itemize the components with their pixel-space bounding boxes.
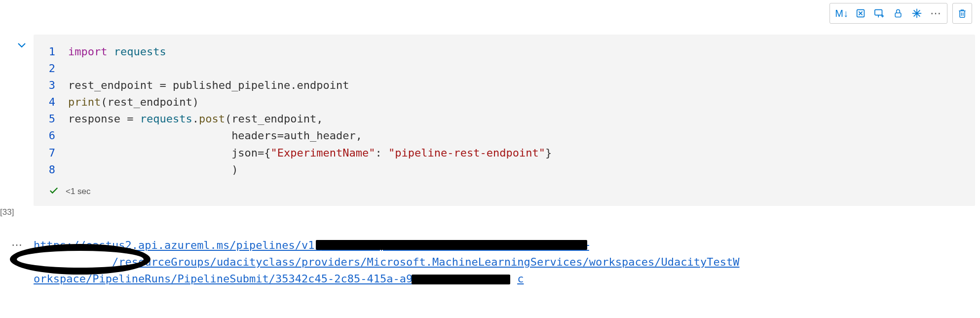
more-icon[interactable]: ⋯ — [927, 7, 944, 20]
cell-output: ⋯ https://eastus2.api.azureml.ms/pipelin… — [0, 237, 975, 287]
cut-cell-icon[interactable] — [852, 6, 869, 21]
output-more-icon[interactable]: ⋯ — [0, 237, 34, 287]
redaction-bar — [412, 275, 510, 284]
freeze-icon[interactable] — [908, 6, 925, 21]
line-number: 2 — [47, 60, 68, 77]
line-number: 4 — [47, 94, 68, 111]
line-number: 6 — [47, 127, 68, 144]
code-token: "pipeline-rest-endpoint" — [388, 145, 545, 161]
code-token: rest_endpoint = published_pipeline.endpo… — [68, 77, 349, 94]
lock-icon[interactable] — [890, 6, 906, 21]
code-token: requests — [140, 111, 192, 127]
line-number: 1 — [47, 43, 68, 60]
code-token: } — [545, 145, 552, 161]
code-token: "ExperimentName" — [271, 145, 376, 161]
execution-count: [33] — [0, 207, 14, 217]
svg-rect-6 — [895, 13, 901, 17]
chevron-down-icon[interactable] — [17, 40, 27, 206]
code-token: response = — [68, 111, 140, 127]
code-token: print — [68, 94, 101, 111]
svg-rect-3 — [875, 10, 882, 15]
line-number: 3 — [47, 77, 68, 94]
trash-icon[interactable] — [952, 3, 972, 24]
code-token: import — [68, 43, 107, 60]
execution-time: <1 sec — [66, 185, 91, 198]
code-editor[interactable]: 1import requests 2 3rest_endpoint = publ… — [34, 35, 975, 206]
cell-toolbar: M↓ ⋯ — [829, 3, 947, 24]
insert-below-icon[interactable] — [871, 6, 888, 21]
collapse-gutter — [0, 35, 34, 206]
code-token: post — [199, 111, 225, 127]
code-token: headers=auth_header, — [68, 127, 362, 144]
line-number: 7 — [47, 145, 68, 161]
redaction-bar — [316, 240, 587, 250]
code-token: (rest_endpoint) — [101, 94, 199, 111]
output-link[interactable]: XXXXXXXXXXXX/resourceGroups/udacityclass… — [34, 256, 739, 268]
success-checkmark-icon — [49, 183, 59, 200]
code-token: requests — [114, 43, 166, 60]
line-number: 8 — [47, 161, 68, 178]
code-cell: 1import requests 2 3rest_endpoint = publ… — [0, 35, 975, 206]
code-token: ) — [68, 161, 238, 178]
code-token: (rest_endpoint, — [225, 111, 323, 127]
markdown-button[interactable]: M↓ — [833, 8, 850, 19]
line-number: 5 — [47, 111, 68, 127]
code-token: . — [192, 111, 199, 127]
cell-status: <1 sec — [47, 183, 961, 200]
code-token: : — [376, 145, 389, 161]
output-text[interactable]: https://eastus2.api.azureml.ms/pipelines… — [34, 237, 975, 287]
code-token: json={ — [68, 145, 271, 161]
